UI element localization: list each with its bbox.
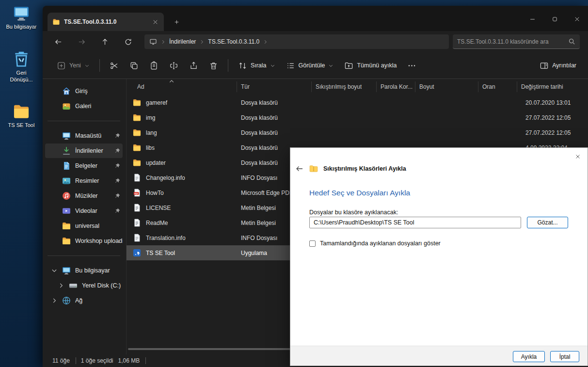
- desktop-icon-geri-d-n[interactable]: Geri Dönüşü...: [0, 50, 43, 83]
- cut-button[interactable]: [105, 57, 124, 74]
- browse-button[interactable]: Gözat...: [527, 217, 568, 228]
- sidebar-item-label: Yerel Disk (C:): [82, 282, 123, 289]
- text-icon: [132, 203, 142, 212]
- sidebar-item-resimler[interactable]: Resimler: [45, 174, 123, 188]
- sort-button[interactable]: Sırala: [233, 57, 280, 74]
- chevron-placeholder: [51, 192, 58, 199]
- column-headers: AdTürSıkıştırılmış boyutParola Kor...Boy…: [127, 80, 588, 93]
- view-button[interactable]: Görüntüle: [281, 57, 339, 74]
- sidebar-item-videolar[interactable]: Videolar: [45, 204, 123, 218]
- chevron-placeholder: [51, 147, 58, 154]
- file-name: gameref: [146, 99, 167, 106]
- paste-button[interactable]: [144, 57, 163, 74]
- search-input[interactable]: [457, 38, 568, 45]
- destination-label: Dosyalar bu klasöre ayıklanacak:: [309, 209, 398, 216]
- delete-button[interactable]: [204, 57, 223, 74]
- file-row-lang[interactable]: langDosya klasörü27.07.2022 12:05: [127, 125, 588, 140]
- chevron-placeholder: [51, 207, 58, 214]
- dialog-close-button[interactable]: [571, 149, 585, 164]
- back-button[interactable]: [50, 34, 66, 49]
- sidebar-item-galeri[interactable]: Galeri: [45, 99, 123, 113]
- share-button[interactable]: [184, 57, 203, 74]
- extract-folder-icon: [309, 164, 318, 174]
- sidebar-divider: [48, 255, 120, 256]
- column-header-boyut[interactable]: Boyut: [415, 81, 478, 92]
- file-name: img: [146, 114, 155, 121]
- sidebar-item-m-zikler[interactable]: Müzikler: [45, 189, 123, 203]
- sidebar-item-yerel-disk-c[interactable]: Yerel Disk (C:): [52, 278, 123, 293]
- extract-all-button[interactable]: Tümünü ayıkla: [339, 57, 401, 74]
- sidebar-item-i-ndirilenler[interactable]: İndirilenler: [45, 144, 123, 158]
- more-button[interactable]: [402, 57, 421, 74]
- maximize-button[interactable]: [543, 11, 566, 27]
- details-pane-icon: [540, 61, 549, 70]
- cancel-button[interactable]: İptal: [550, 351, 579, 362]
- breadcrumb-item[interactable]: TS.SE.Tool.0.3.11.0: [208, 38, 259, 45]
- computer-icon: [62, 266, 71, 275]
- column-header-t-r[interactable]: Tür: [237, 81, 312, 92]
- copy-button[interactable]: [125, 57, 143, 74]
- sidebar-item-label: universal: [75, 223, 123, 229]
- pin-icon: [114, 177, 121, 184]
- file-type: Dosya klasörü: [237, 114, 312, 121]
- checkbox-unchecked[interactable]: [309, 240, 316, 247]
- new-tab-button[interactable]: [172, 17, 182, 27]
- folder-icon: [52, 18, 60, 26]
- sidebar-item-belgeler[interactable]: Belgeler: [45, 159, 123, 173]
- chevron-placeholder: [51, 238, 58, 244]
- search-box[interactable]: [453, 34, 580, 49]
- dialog-footer: Ayıkla İptal: [290, 346, 588, 366]
- column-header-s-k-t-r-lm-boyut[interactable]: Sıkıştırılmış boyut: [312, 81, 377, 92]
- new-button[interactable]: Yeni: [52, 57, 95, 74]
- sidebar-item-masa-st[interactable]: Masaüstü: [45, 128, 123, 143]
- chevron-down-icon: [84, 63, 90, 68]
- chevron-right-icon: [199, 39, 205, 45]
- dialog-header: Sıkıştırılmış Klasörleri Ayıkla: [295, 162, 406, 175]
- sort-ascending-icon: [169, 80, 174, 83]
- desktop-icon-ts-se-tool[interactable]: TS SE Tool: [0, 102, 43, 129]
- breadcrumb-item[interactable]: İndirilenler: [169, 38, 196, 45]
- chevron-placeholder: [51, 162, 58, 169]
- desktop-icon: [62, 131, 71, 141]
- rename-button[interactable]: [164, 57, 183, 74]
- refresh-button[interactable]: [120, 34, 136, 49]
- sidebar-item-bu-bilgisayar[interactable]: Bu bilgisayar: [45, 263, 123, 278]
- tab-close-icon[interactable]: [152, 18, 159, 26]
- file-name: HowTo: [146, 190, 164, 196]
- extract-button[interactable]: Ayıkla: [513, 351, 545, 362]
- chevron-placeholder: [51, 223, 58, 229]
- column-header-oran[interactable]: Oran: [478, 81, 517, 92]
- this-pc-icon[interactable]: [149, 38, 157, 46]
- breadcrumb[interactable]: İndirilenlerTS.SE.Tool.0.3.11.0: [144, 34, 449, 49]
- chevron-down-icon[interactable]: [51, 267, 58, 274]
- minimize-button[interactable]: [521, 11, 543, 27]
- file-modified-date: 27.07.2022 12:05: [517, 114, 588, 121]
- file-row-gameref[interactable]: gamerefDosya klasörü20.07.2020 13:01: [127, 95, 588, 110]
- forward-icon: [78, 38, 86, 46]
- column-header-parola-kor[interactable]: Parola Kor...: [377, 81, 415, 92]
- destination-path-input[interactable]: [309, 217, 521, 228]
- file-row-img[interactable]: imgDosya klasörü27.07.2022 12:05: [127, 110, 588, 125]
- sidebar-item-giri[interactable]: Giriş: [45, 84, 123, 98]
- close-icon: [574, 153, 581, 160]
- sidebar-item-universal[interactable]: universal: [45, 219, 123, 233]
- desktop-icon-bu-bilgisayar[interactable]: Bu bilgisayar: [0, 4, 43, 31]
- new-icon: [57, 61, 66, 70]
- downloads-icon: [62, 146, 71, 156]
- sidebar-item-a[interactable]: Ağ: [45, 293, 123, 308]
- dialog-back-icon[interactable]: [295, 164, 304, 173]
- explorer-tab[interactable]: TS.SE.Tool.0.3.11.0: [48, 13, 164, 31]
- sidebar-item-workshop-uploadin[interactable]: Workshop uploadin: [45, 234, 123, 248]
- chevron-right-icon[interactable]: [58, 282, 64, 289]
- chevron-right-icon[interactable]: [51, 297, 58, 304]
- desktop-icons: Bu bilgisayarGeri Dönüşü...TS SE Tool: [0, 4, 43, 148]
- forward-button[interactable]: [74, 34, 89, 49]
- sort-button-label: Sırala: [251, 62, 267, 69]
- up-button[interactable]: [97, 34, 112, 49]
- column-header-ad[interactable]: Ad: [127, 81, 237, 92]
- column-header-de-i-tirme-tarihi[interactable]: Değiştirme tarihi: [517, 81, 588, 92]
- details-pane-button[interactable]: Ayrıntılar: [535, 57, 581, 74]
- close-window-button[interactable]: [566, 11, 588, 27]
- show-extracted-files-option[interactable]: Tamamlandığında ayıklanan dosyaları göst…: [309, 240, 441, 247]
- pin-icon: [114, 207, 121, 214]
